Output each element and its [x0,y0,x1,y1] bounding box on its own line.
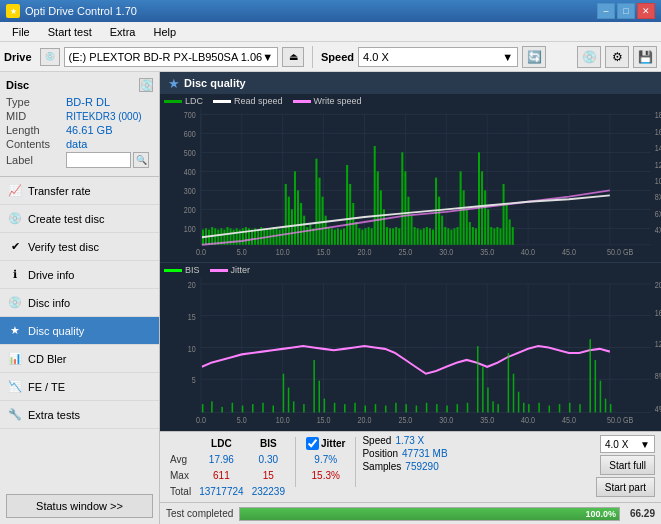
svg-text:500: 500 [184,148,196,158]
speed-select-widget[interactable]: 4.0 X ▼ [600,435,655,453]
svg-rect-60 [242,228,244,244]
menu-extra[interactable]: Extra [102,24,144,40]
svg-rect-122 [432,230,434,245]
refresh-button[interactable]: 🔄 [522,46,546,68]
sidebar-item-extra-tests[interactable]: 🔧 Extra tests [0,401,159,429]
svg-rect-216 [482,367,484,413]
extra-tests-icon: 🔧 [8,408,22,422]
sidebar-item-verify-test-disc[interactable]: ✔ Verify test disc [0,233,159,261]
start-part-button[interactable]: Start part [596,477,655,497]
settings-button[interactable]: ⚙ [605,46,629,68]
svg-rect-226 [549,406,551,413]
sidebar-item-create-test-disc[interactable]: 💿 Create test disc [0,205,159,233]
svg-rect-133 [466,209,468,244]
svg-rect-146 [506,203,508,245]
svg-text:45.0: 45.0 [562,247,576,257]
sidebar-item-disc-quality[interactable]: ★ Disc quality [0,317,159,345]
svg-text:200: 200 [184,205,196,215]
svg-rect-196 [293,401,295,412]
menu-help[interactable]: Help [145,24,184,40]
svg-rect-191 [252,404,254,412]
drive-label: Drive [4,51,32,63]
jitter-checkbox[interactable] [306,437,319,450]
eject-button[interactable]: ⏏ [282,47,304,67]
svg-text:50.0 GB: 50.0 GB [607,414,634,425]
sidebar-item-fe-te[interactable]: 📉 FE / TE [0,373,159,401]
svg-rect-65 [257,230,259,245]
jitter-table: Jitter 9.7% 15.3% [302,435,349,483]
ldc-legend-color [164,100,182,103]
window-controls[interactable]: – □ ✕ [597,3,655,19]
sidebar-item-transfer-rate[interactable]: 📈 Transfer rate [0,177,159,205]
chart1-body: 700 600 500 400 300 200 100 18X 16X 14X … [160,108,661,260]
status-window-button[interactable]: Status window >> [6,494,153,518]
svg-rect-90 [334,230,336,245]
svg-text:10.0: 10.0 [276,414,290,425]
svg-rect-148 [512,227,514,245]
right-panel: ★ Disc quality LDC Read speed [160,72,661,524]
verify-test-icon: ✔ [8,240,22,254]
write-speed-legend-label: Write speed [314,96,362,106]
svg-rect-101 [368,227,370,245]
svg-rect-139 [484,190,486,244]
max-bis: 15 [248,467,289,483]
svg-text:40.0: 40.0 [521,414,535,425]
disc-button[interactable]: 💿 [577,46,601,68]
sidebar-item-cd-bler[interactable]: 📊 CD Bler [0,345,159,373]
svg-rect-229 [579,404,581,412]
sidebar-item-drive-info[interactable]: ℹ Drive info [0,261,159,289]
svg-rect-110 [395,227,397,245]
label-input[interactable] [66,152,131,168]
maximize-button[interactable]: □ [617,3,635,19]
svg-rect-75 [288,197,290,245]
svg-rect-231 [595,360,597,413]
svg-rect-149 [160,277,661,429]
menu-file[interactable]: File [4,24,38,40]
drive-icon: 💿 [40,48,60,66]
svg-rect-91 [337,228,339,244]
action-section: 4.0 X ▼ Start full Start part [596,435,655,497]
svg-text:25.0: 25.0 [398,414,412,425]
svg-rect-212 [446,406,448,413]
minimize-button[interactable]: – [597,3,615,19]
svg-text:16%: 16% [655,307,661,318]
disc-icon-btn[interactable]: 💿 [139,78,153,92]
write-speed-legend-color [293,100,311,103]
legend-ldc: LDC [164,96,203,106]
close-button[interactable]: ✕ [637,3,655,19]
svg-rect-105 [380,190,382,244]
svg-rect-147 [509,219,511,244]
svg-rect-215 [477,346,479,412]
svg-rect-214 [467,403,469,413]
svg-rect-219 [497,404,499,412]
svg-text:12X: 12X [655,160,661,170]
svg-rect-221 [513,374,515,413]
charts-area: LDC Read speed Write speed [160,94,661,431]
label-label: Label [6,154,66,166]
svg-text:15.0: 15.0 [317,247,331,257]
svg-rect-201 [334,403,336,413]
svg-text:14X: 14X [655,143,661,153]
svg-rect-224 [528,404,530,412]
save-button[interactable]: 💾 [633,46,657,68]
chart1: LDC Read speed Write speed [160,94,661,263]
legend-write-speed: Write speed [293,96,362,106]
label-btn[interactable]: 🔍 [133,152,149,168]
sidebar-item-disc-info[interactable]: 💿 Disc info [0,289,159,317]
svg-rect-204 [364,406,366,413]
menu-start-test[interactable]: Start test [40,24,100,40]
legend-read-speed: Read speed [213,96,283,106]
drive-selector[interactable]: (E:) PLEXTOR BD-R PX-LB950SA 1.06 ▼ [64,47,279,67]
legend-jitter: Jitter [210,265,251,275]
svg-rect-187 [211,401,213,412]
svg-rect-190 [242,406,244,413]
speed-label: Speed [321,51,354,63]
start-full-button[interactable]: Start full [600,455,655,475]
svg-rect-120 [426,227,428,245]
svg-rect-232 [600,381,602,413]
svg-text:600: 600 [184,129,196,139]
progress-area: Test completed 100.0% 66.29 [160,502,661,524]
svg-rect-102 [371,228,373,244]
svg-rect-193 [272,406,274,413]
speed-selector[interactable]: 4.0 X ▼ [358,47,518,67]
